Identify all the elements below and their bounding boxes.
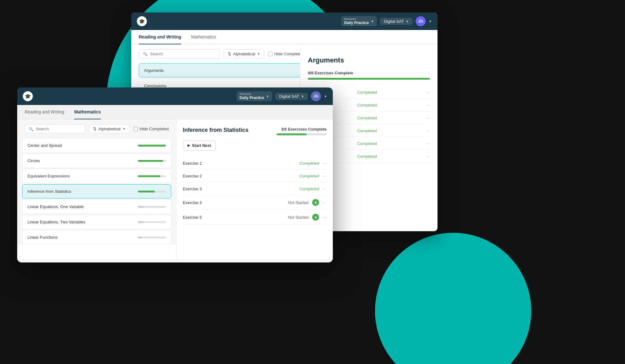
front-tab-math[interactable]: Mathematics bbox=[74, 105, 101, 119]
front-exercise-row-2: Exercise 3 Completed ··· bbox=[183, 182, 327, 195]
front-list-1-fill bbox=[138, 160, 163, 162]
back-hide-completed-checkbox[interactable] bbox=[268, 52, 272, 56]
front-exercise-4-play-btn[interactable] bbox=[312, 214, 319, 221]
front-list-item-3[interactable]: Inference from Statistics bbox=[22, 184, 171, 198]
front-list-item-5[interactable]: Linear Equations, Two Variables bbox=[22, 215, 171, 229]
front-list-6-fill bbox=[138, 237, 142, 238]
front-list-6-label: Linear Functions bbox=[28, 235, 58, 240]
front-topic-progress-bar bbox=[277, 133, 327, 135]
back-full-progress-fill bbox=[308, 78, 430, 80]
back-exercise-1-dots[interactable]: ··· bbox=[426, 102, 430, 107]
front-topic-header: Inference from Statistics 3/5 Exercises … bbox=[183, 127, 327, 135]
front-exercise-4-right: Not Started ··· bbox=[288, 214, 327, 221]
front-filter-bar: 🔍 ⇅ Alphabetical ▼ Hide Completed bbox=[17, 119, 176, 138]
front-exercise-list: Exercise 1 Completed ··· Exercise 2 Comp… bbox=[183, 157, 327, 225]
front-list-3-label: Inference from Statistics bbox=[28, 189, 71, 194]
back-app-small-label: Elements bbox=[344, 17, 369, 21]
back-exercise-4-status: Completed bbox=[357, 141, 377, 146]
back-exercise-2-status: Completed bbox=[357, 116, 377, 120]
front-sort-icon: ⇅ bbox=[93, 127, 97, 131]
front-exercise-row-3: Exercise 4 Not Started ··· bbox=[183, 195, 327, 210]
back-sort-chevron-icon: ▼ bbox=[257, 52, 260, 56]
back-search-icon: 🔍 bbox=[143, 52, 148, 56]
front-list-5-progress bbox=[138, 221, 166, 223]
front-search-icon: 🔍 bbox=[29, 127, 33, 131]
front-hide-completed[interactable]: Hide Completed bbox=[133, 127, 169, 131]
front-exam-chevron-icon: ▼ bbox=[301, 95, 304, 98]
back-search-input[interactable] bbox=[150, 52, 216, 56]
front-exercise-2-dots[interactable]: ··· bbox=[323, 186, 327, 191]
back-app-switcher[interactable]: Elements Daily Practice ▼ bbox=[341, 16, 377, 26]
front-search-wrap[interactable]: 🔍 bbox=[25, 124, 85, 133]
start-next-play-icon: ▶ bbox=[188, 143, 190, 147]
front-exercise-row-1: Exercise 2 Completed ··· bbox=[183, 170, 327, 182]
back-exercise-0-status: Completed bbox=[357, 90, 377, 95]
front-search-input[interactable] bbox=[36, 127, 81, 131]
back-exercise-0-dots[interactable]: ··· bbox=[426, 90, 430, 95]
back-exercise-2-dots[interactable]: ··· bbox=[426, 115, 430, 120]
front-list-2-label: Equivalent Expressions bbox=[28, 174, 70, 178]
front-tab-reading[interactable]: Reading and Writing bbox=[25, 105, 64, 119]
front-exercise-0-right: Completed ··· bbox=[299, 161, 327, 166]
back-logo-cap: 🎓 bbox=[137, 16, 147, 26]
front-logo: 🎓 bbox=[23, 91, 33, 101]
bg-circle-small bbox=[375, 233, 531, 364]
front-exercise-4-dots[interactable]: ··· bbox=[323, 215, 327, 220]
back-user-initials: JG bbox=[418, 19, 423, 23]
front-list-item-4[interactable]: Linear Equations, One Variable bbox=[22, 200, 171, 214]
back-exercise-4-dots[interactable]: ··· bbox=[426, 141, 430, 146]
back-user-avatar[interactable]: JG bbox=[416, 16, 426, 26]
front-list-item-1[interactable]: Circles bbox=[22, 154, 171, 168]
front-exercise-0-dots[interactable]: ··· bbox=[323, 161, 327, 166]
front-app-small-label: Elements bbox=[240, 92, 264, 96]
front-list-2-fill bbox=[138, 175, 160, 177]
front-hide-completed-checkbox[interactable] bbox=[133, 127, 138, 131]
front-list-3-progress bbox=[138, 191, 166, 192]
front-logo-cap: 🎓 bbox=[23, 91, 33, 101]
back-app-chevron-icon: ▼ bbox=[371, 20, 374, 23]
front-topic-title: Inference from Statistics bbox=[183, 127, 248, 133]
back-exercise-3-dots[interactable]: ··· bbox=[426, 128, 430, 133]
front-exercise-2-label: Exercise 3 bbox=[183, 187, 202, 191]
front-exercise-1-dots[interactable]: ··· bbox=[323, 173, 327, 178]
back-exercise-5-dots[interactable]: ··· bbox=[426, 154, 430, 159]
back-tab-math[interactable]: Mathematics bbox=[191, 30, 216, 44]
front-list-1-label: Circles bbox=[28, 158, 40, 163]
front-titlebar-right: Elements Daily Practice ▼ Digital SAT ▼ … bbox=[237, 91, 328, 101]
front-app-main-label: Daily Practice bbox=[240, 96, 264, 100]
back-logo: 🎓 bbox=[137, 16, 147, 26]
front-exercise-3-play-btn[interactable] bbox=[312, 199, 319, 206]
back-exercise-5-status: Completed bbox=[357, 154, 377, 159]
back-full-progress-bar bbox=[308, 78, 430, 80]
back-tab-reading[interactable]: Reading and Writing bbox=[139, 30, 181, 44]
back-hide-completed[interactable]: Hide Completed bbox=[268, 52, 303, 56]
front-exercise-4-label: Exercise 5 bbox=[183, 215, 202, 220]
back-list-item-0-label: Arguments bbox=[144, 68, 164, 73]
front-list-6-progress bbox=[138, 237, 166, 238]
front-topic-progress-area: 3/5 Exercises Complete bbox=[277, 127, 327, 135]
front-list-item-0[interactable]: Center and Spread bbox=[22, 138, 171, 152]
front-list-4-fill bbox=[138, 206, 143, 208]
back-hide-completed-label: Hide Completed bbox=[274, 52, 303, 56]
start-next-label: Start Next bbox=[192, 143, 211, 148]
front-exercise-3-right: Not Started ··· bbox=[288, 199, 327, 206]
front-app-labels: Elements Daily Practice bbox=[240, 92, 264, 100]
back-sort-select[interactable]: ⇅ Alphabetical ▼ bbox=[224, 49, 264, 58]
front-exercise-1-label: Exercise 2 bbox=[183, 174, 202, 178]
front-app-switcher[interactable]: Elements Daily Practice ▼ bbox=[237, 91, 272, 101]
front-exam-switcher[interactable]: Digital SAT ▼ bbox=[275, 93, 308, 100]
front-sort-select[interactable]: ⇅ Alphabetical ▼ bbox=[89, 124, 130, 133]
front-list-4-progress bbox=[138, 206, 166, 208]
front-exercise-row-4: Exercise 5 Not Started ··· bbox=[183, 210, 327, 225]
front-list-item-6[interactable]: Linear Functions bbox=[22, 230, 171, 244]
front-hide-completed-label: Hide Completed bbox=[140, 127, 169, 131]
front-exam-label: Digital SAT bbox=[279, 94, 299, 99]
front-exercise-3-dots[interactable]: ··· bbox=[323, 200, 327, 205]
front-list-1-progress bbox=[138, 160, 166, 162]
front-list-item-2[interactable]: Equivalent Expressions bbox=[22, 169, 171, 183]
front-exercise-2-status: Completed bbox=[299, 187, 319, 191]
start-next-button[interactable]: ▶ Start Next bbox=[183, 140, 216, 151]
front-user-avatar[interactable]: JG bbox=[311, 91, 321, 101]
back-exam-switcher[interactable]: Digital SAT ▼ bbox=[380, 18, 412, 25]
back-search-wrap[interactable]: 🔍 bbox=[139, 49, 220, 58]
